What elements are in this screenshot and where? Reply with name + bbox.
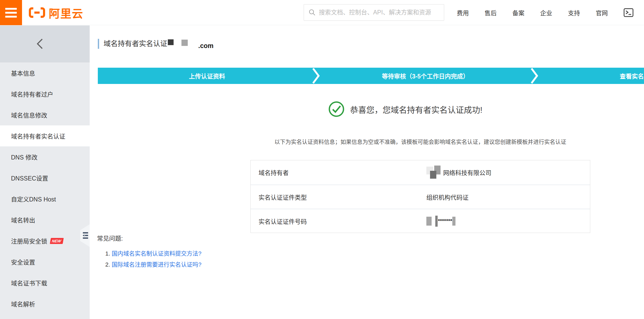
- page-title-row: 域名持有者实名认证 .com: [98, 39, 213, 50]
- step-await-review: 等待审核（3-5个工作日内完成）: [316, 68, 535, 84]
- faq-link-domestic-realname[interactable]: 国内域名实名制认证资料提交方法?: [112, 250, 201, 257]
- title-accent-bar: [98, 39, 99, 49]
- row-label: 实名认证证件类型: [251, 193, 426, 201]
- sidebar-item-holder-realname-verification[interactable]: 域名持有者实名认证: [0, 125, 90, 146]
- domain-redaction-block-dark: [168, 39, 174, 45]
- success-banner: 恭喜您，您域名持有者实名认证成功!: [329, 101, 482, 117]
- aliyun-logo-text: 阿里云: [49, 5, 83, 21]
- page-title: 域名持有者实名认证: [104, 39, 167, 49]
- hamburger-menu-button[interactable]: [0, 0, 22, 25]
- value-redaction-mosaic: [426, 166, 443, 179]
- nav-item-enterprise[interactable]: 企业: [540, 8, 552, 17]
- chevron-left-icon: [35, 38, 45, 50]
- search-input[interactable]: [319, 9, 439, 16]
- sidebar-item-security-settings[interactable]: 安全设置: [0, 251, 90, 272]
- faq-list-item: 国内域名实名制认证资料提交方法?: [112, 250, 201, 258]
- sidebar-item-dnssec-settings[interactable]: DNSSEC设置: [0, 167, 90, 188]
- sidebar-item-certificate-download[interactable]: 域名证书下载: [0, 272, 90, 293]
- nav-item-website[interactable]: 官网: [596, 8, 608, 17]
- faq-list: 国内域名实名制认证资料提交方法? 国际域名注册需要进行实名认证吗?: [97, 250, 201, 269]
- row-label: 实名认证证件号码: [251, 217, 426, 226]
- sidebar-item-registry-lock[interactable]: 注册局安全锁 NEW: [0, 230, 90, 251]
- header-nav: 费用 售后 备案 企业 支持 官网: [457, 0, 644, 25]
- info-note: 以下为实名认证资料信息；如果信息为空或不准确，该模板可能会影响域名实名认证，建议…: [250, 137, 590, 145]
- sidebar: 基本信息 域名持有者过户 域名信息修改 域名持有者实名认证 DNS 修改 DNS…: [0, 25, 90, 319]
- sidebar-item-dns-modify[interactable]: DNS 修改: [0, 146, 90, 167]
- row-value: *******: [426, 216, 455, 227]
- domain-redaction-block-light: [181, 40, 188, 46]
- verification-progress-steps: 上传认证资料 等待审核（3-5个工作日内完成） 查看实名认证结果: [98, 68, 644, 84]
- table-row-domain-holder: 域名持有者 网络科技有限公司: [251, 160, 590, 184]
- search-icon: [309, 9, 316, 16]
- nav-item-beian[interactable]: 备案: [512, 8, 524, 17]
- sidebar-item-domain-transfer-out[interactable]: 域名转出: [0, 209, 90, 230]
- row-value: 网络科技有限公司: [426, 166, 491, 179]
- sidebar-item-info-modify[interactable]: 域名信息修改: [0, 104, 90, 125]
- step-upload-materials: 上传认证资料: [98, 68, 316, 84]
- step-chevron-separator-icon: [312, 68, 320, 84]
- faq-section: 常见问题: 国内域名实名制认证资料提交方法? 国际域名注册需要进行实名认证吗?: [97, 233, 201, 272]
- success-check-icon: [329, 101, 344, 117]
- step-chevron-separator-icon: [530, 68, 538, 84]
- value-redaction-block: [426, 217, 432, 226]
- console-terminal-icon[interactable]: [624, 8, 634, 17]
- row-label: 域名持有者: [251, 168, 426, 177]
- table-row-certificate-type: 实名认证证件类型 组织机构代码证: [251, 184, 590, 209]
- global-search-box[interactable]: [304, 4, 444, 21]
- success-message: 恭喜您，您域名持有者实名认证成功!: [350, 103, 482, 115]
- value-redaction-block: [452, 217, 455, 226]
- collapse-panel-icon: [82, 231, 89, 240]
- faq-link-international-realname[interactable]: 国际域名注册需要进行实名认证吗?: [112, 261, 201, 268]
- aliyun-logo-icon: [29, 7, 45, 18]
- sidebar-item-dns-resolution[interactable]: 域名解析: [0, 293, 90, 314]
- aliyun-logo[interactable]: 阿里云: [29, 0, 83, 25]
- nav-item-aftersales[interactable]: 售后: [485, 8, 497, 17]
- faq-title: 常见问题:: [97, 233, 201, 242]
- nav-item-support[interactable]: 支持: [568, 8, 580, 17]
- screen: 阿里云 费用 售后 备案 企业 支持 官网: [0, 0, 644, 319]
- nav-item-billing[interactable]: 费用: [457, 8, 469, 17]
- value-redaction-block: [435, 216, 438, 227]
- sidebar-collapse-button[interactable]: [0, 25, 90, 62]
- top-header: 阿里云 费用 售后 备案 企业 支持 官网: [0, 0, 644, 25]
- sidebar-item-basic-info[interactable]: 基本信息: [0, 62, 90, 83]
- realname-details-table: 域名持有者 网络科技有限公司 实名认证证件类型 组织机构代码证 实名认证证件号码…: [250, 160, 590, 233]
- domain-suffix: .com: [198, 42, 213, 50]
- row-value: 组织机构代码证: [426, 193, 469, 201]
- table-row-certificate-number: 实名认证证件号码 *******: [251, 209, 590, 233]
- masked-certificate-number: *******: [438, 218, 452, 224]
- sidebar-item-custom-dns-host[interactable]: 自定义DNS Host: [0, 188, 90, 209]
- faq-list-item: 国际域名注册需要进行实名认证吗?: [112, 261, 201, 269]
- sidebar-item-holder-transfer[interactable]: 域名持有者过户: [0, 83, 90, 104]
- step-view-result: 查看实名认证结果: [535, 68, 644, 84]
- hamburger-menu-icon: [5, 8, 17, 10]
- new-badge: NEW: [50, 238, 64, 244]
